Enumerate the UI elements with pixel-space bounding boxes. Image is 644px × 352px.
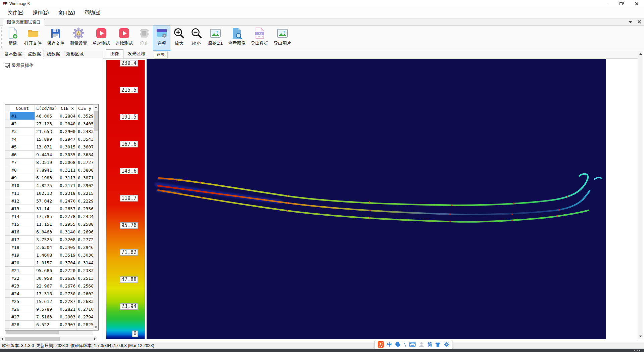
- window-vertical-scrollbar[interactable]: [638, 51, 643, 339]
- scroll-right-button[interactable]: [93, 337, 97, 341]
- cell-r3-c1[interactable]: 21.653: [35, 128, 58, 135]
- table-row[interactable]: #1417.7850.27780.2434: [5, 213, 93, 220]
- subtab-2[interactable]: 线数据: [44, 50, 63, 59]
- cell-r21-c0[interactable]: #21: [10, 267, 35, 274]
- cell-r16-c2[interactable]: 0.3140: [58, 228, 76, 236]
- cell-r9-c3[interactable]: 0.3871: [76, 174, 93, 182]
- table-row[interactable]: #191.46080.35190.3030: [5, 251, 93, 259]
- table-horizontal-scrollbar[interactable]: [5, 331, 93, 335]
- cell-r22-c3[interactable]: 0.2513: [76, 274, 93, 282]
- image-tab-0[interactable]: 图像: [106, 49, 123, 58]
- cell-r26-c1[interactable]: 9.5789: [35, 305, 58, 313]
- cell-r28-c3[interactable]: 0.2825: [76, 321, 93, 328]
- cell-r17-c2[interactable]: 0.3208: [58, 236, 76, 244]
- cell-r2-c2[interactable]: 0.2840: [58, 120, 76, 128]
- original-1-1-button[interactable]: 原始1:1: [205, 26, 225, 51]
- table-row[interactable]: #173.75250.32080.2772: [5, 236, 93, 244]
- panel-horizontal-scrollbar[interactable]: [0, 337, 97, 341]
- cell-r6-c2[interactable]: 0.3035: [58, 151, 76, 159]
- view-image-button[interactable]: 查看图像: [225, 26, 248, 51]
- menu-item-w[interactable]: 窗口(W): [53, 8, 80, 17]
- table-row[interactable]: #104.82750.31710.3902: [5, 182, 93, 189]
- cell-r7-c0[interactable]: #7: [10, 159, 35, 166]
- single-test-button[interactable]: 单次测试: [90, 26, 113, 51]
- table-row[interactable]: #2195.6860.27200.2383: [5, 267, 93, 274]
- cell-r16-c1[interactable]: 6.0463: [35, 228, 58, 236]
- cell-r7-c2[interactable]: 0.3068: [58, 159, 76, 166]
- menu-item-h[interactable]: 帮助(H): [80, 8, 105, 17]
- new-button[interactable]: 新建: [4, 26, 21, 51]
- cell-r1-c0[interactable]: #1: [10, 112, 35, 120]
- table-row[interactable]: #269.57890.28210.2710: [5, 305, 93, 313]
- cell-r17-c3[interactable]: 0.2772: [76, 236, 93, 244]
- toolbar-gripper[interactable]: [1, 27, 2, 49]
- cell-r4-c2[interactable]: 0.2947: [58, 135, 76, 143]
- cell-r4-c1[interactable]: 15.899: [35, 135, 58, 143]
- table-row[interactable]: #513.0710.30150.3607: [5, 143, 93, 151]
- cell-r5-c2[interactable]: 0.3015: [58, 143, 76, 151]
- zoom-in-button[interactable]: 放大: [170, 26, 188, 51]
- cell-r27-c3[interactable]: 0.2794: [76, 313, 93, 321]
- cell-r10-c0[interactable]: #10: [10, 182, 35, 189]
- cell-r26-c3[interactable]: 0.2710: [76, 305, 93, 313]
- cell-r19-c3[interactable]: 0.3030: [76, 251, 93, 259]
- cell-r23-c2[interactable]: 0.2676: [58, 282, 76, 290]
- cell-r18-c2[interactable]: 0.3405: [58, 244, 76, 251]
- scroll-left-button[interactable]: [0, 337, 5, 341]
- table-row[interactable]: #146.0050.28840.3529: [5, 112, 93, 120]
- open-file-button[interactable]: 打开文件: [21, 26, 44, 51]
- cell-r13-c2[interactable]: 0.2657: [58, 205, 76, 213]
- chevron-down-icon[interactable]: [629, 21, 632, 23]
- cell-r26-c2[interactable]: 0.2821: [58, 305, 76, 313]
- cell-r21-c2[interactable]: 0.2720: [58, 267, 76, 274]
- scroll-up-icon[interactable]: [95, 106, 97, 108]
- close-button[interactable]: [629, 0, 644, 7]
- cell-r24-c3[interactable]: 0.2602: [76, 290, 93, 298]
- cell-r10-c2[interactable]: 0.3171: [58, 182, 76, 189]
- cell-r11-c0[interactable]: #11: [10, 189, 35, 197]
- cell-r17-c1[interactable]: 3.7525: [35, 236, 58, 244]
- table-row[interactable]: #227.1230.28400.3405: [5, 120, 93, 128]
- cell-r24-c0[interactable]: #24: [10, 290, 35, 298]
- table-row[interactable]: #1257.0420.24700.2229: [5, 197, 93, 205]
- cell-r15-c3[interactable]: 0.2588: [76, 220, 93, 228]
- cell-r19-c2[interactable]: 0.3519: [58, 251, 76, 259]
- cell-r15-c2[interactable]: 0.2955: [58, 220, 76, 228]
- table-vscroll-thumb[interactable]: [94, 111, 98, 131]
- export-image-button[interactable]: 导出图片: [271, 26, 294, 51]
- restore-button[interactable]: [613, 0, 629, 7]
- cell-r21-c3[interactable]: 0.2383: [76, 267, 93, 274]
- cell-r3-c0[interactable]: #3: [10, 128, 35, 135]
- cell-r13-c1[interactable]: 31.14: [35, 205, 58, 213]
- cell-r8-c0[interactable]: #8: [10, 166, 35, 174]
- table-row[interactable]: #321.6530.29000.3483: [5, 128, 93, 135]
- zoom-out-button[interactable]: 缩小: [188, 26, 205, 51]
- cell-r20-c0[interactable]: #20: [10, 259, 35, 267]
- cell-r25-c3[interactable]: 0.2683: [76, 298, 93, 305]
- cell-r15-c1[interactable]: 11.151: [35, 220, 58, 228]
- ime-chinese-mode-icon[interactable]: 中: [387, 341, 392, 348]
- cell-r4-c3[interactable]: 0.3543: [76, 135, 93, 143]
- cell-r22-c2[interactable]: 0.2626: [58, 274, 76, 282]
- table-row[interactable]: #415.8990.29470.3543: [5, 135, 93, 143]
- table-row[interactable]: #96.19830.31130.3871: [5, 174, 93, 182]
- cell-r12-c0[interactable]: #12: [10, 197, 35, 205]
- cell-r2-c1[interactable]: 27.123: [35, 120, 58, 128]
- sogou-logo-icon[interactable]: 万: [378, 341, 384, 348]
- cell-r4-c0[interactable]: #4: [10, 135, 35, 143]
- cell-r18-c1[interactable]: 2.6304: [35, 244, 58, 251]
- cell-r16-c0[interactable]: #16: [10, 228, 35, 236]
- cell-r1-c2[interactable]: 0.2884: [58, 112, 76, 120]
- cell-r27-c1[interactable]: 7.5163: [35, 313, 58, 321]
- cell-r3-c3[interactable]: 0.3483: [76, 128, 93, 135]
- continuous-test-button[interactable]: 连续测试: [113, 26, 136, 51]
- subtab-1[interactable]: 点数据: [25, 50, 44, 59]
- cell-r5-c1[interactable]: 13.071: [35, 143, 58, 151]
- measure-settings-button[interactable]: 测量设置: [67, 26, 90, 51]
- cell-r7-c3[interactable]: 0.3727: [76, 159, 93, 166]
- cell-r28-c0[interactable]: #28: [10, 321, 35, 328]
- subtab-0[interactable]: 基本数据: [1, 50, 25, 59]
- tab-close-icon[interactable]: [637, 20, 641, 24]
- cell-r20-c3[interactable]: 0.3144: [76, 259, 93, 267]
- punctuation-icon[interactable]: ’,: [404, 342, 406, 347]
